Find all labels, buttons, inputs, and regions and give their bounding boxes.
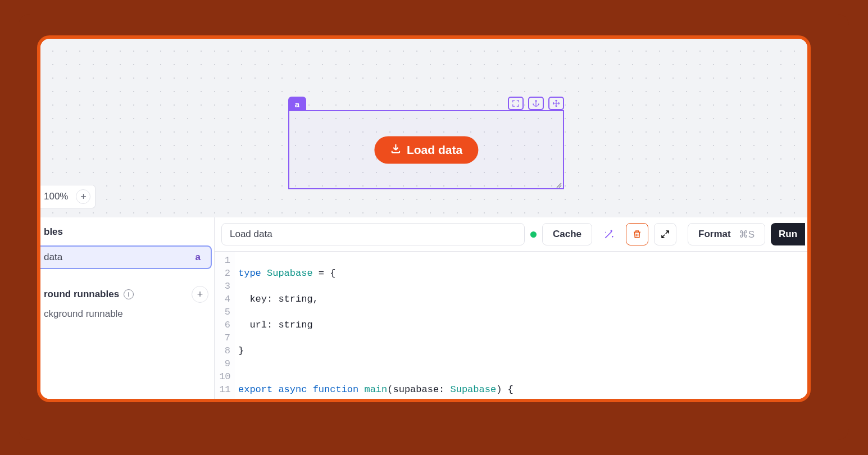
design-canvas[interactable]: a Load data (40, 39, 807, 217)
sidebar: bles data a round runnables i + ckground… (40, 217, 215, 399)
resize-handle-icon[interactable] (555, 180, 562, 187)
runnable-name-input[interactable] (221, 223, 525, 245)
fullscreen-button[interactable] (654, 223, 676, 245)
move-icon[interactable] (548, 97, 564, 110)
download-icon (390, 143, 401, 157)
load-data-button[interactable]: Load data (374, 136, 478, 163)
cache-button[interactable]: Cache (542, 223, 592, 245)
code-content[interactable]: type Supabase = { key: string, url: stri… (235, 252, 588, 399)
format-label: Format (698, 229, 731, 240)
sidebar-item-tag: a (196, 252, 201, 263)
bottom-panel: bles data a round runnables i + ckground… (40, 217, 807, 399)
sidebar-item-data[interactable]: data a (40, 245, 212, 269)
app-frame: a Load data (37, 35, 811, 402)
line-gutter: 1 2 3 4 5 6 7 8 9 10 11 12 (215, 252, 235, 399)
magic-wand-icon[interactable] (598, 223, 620, 245)
info-icon[interactable]: i (124, 289, 134, 299)
editor-column: Cache Format ⌘S Run (215, 217, 811, 399)
sidebar-sub-item[interactable]: ckground runnable (40, 303, 214, 320)
sidebar-item-label: data (44, 252, 62, 263)
cache-label: Cache (553, 229, 581, 240)
run-button[interactable]: Run (771, 223, 805, 245)
svg-point-0 (535, 100, 537, 102)
code-editor[interactable]: 1 2 3 4 5 6 7 8 9 10 11 12 type Supabase… (215, 251, 811, 399)
run-label: Run (779, 229, 797, 239)
selection-tools (508, 97, 564, 110)
selection-label: a (288, 97, 306, 111)
anchor-icon[interactable] (528, 97, 544, 110)
add-runnable-button[interactable]: + (192, 286, 208, 303)
zoom-value: 100% (44, 191, 68, 202)
zoom-control: 100% + (40, 185, 96, 208)
format-shortcut: ⌘S (739, 229, 755, 240)
editor-toolbar: Cache Format ⌘S Run (215, 217, 811, 251)
expand-diagonal-icon (660, 229, 670, 239)
expand-icon[interactable] (508, 97, 524, 110)
sidebar-group-title: round runnables i (44, 289, 134, 300)
sidebar-heading-runnables: bles (40, 224, 214, 245)
load-data-label: Load data (407, 143, 462, 157)
zoom-in-button[interactable]: + (76, 189, 90, 204)
selection-box[interactable]: a Load data (288, 110, 564, 189)
status-dot-icon (530, 231, 537, 238)
sidebar-group-title-text: round runnables (44, 289, 119, 300)
trash-icon (632, 229, 642, 239)
sidebar-group: round runnables i + (40, 286, 214, 303)
delete-button[interactable] (626, 223, 648, 245)
format-button[interactable]: Format ⌘S (688, 223, 765, 245)
